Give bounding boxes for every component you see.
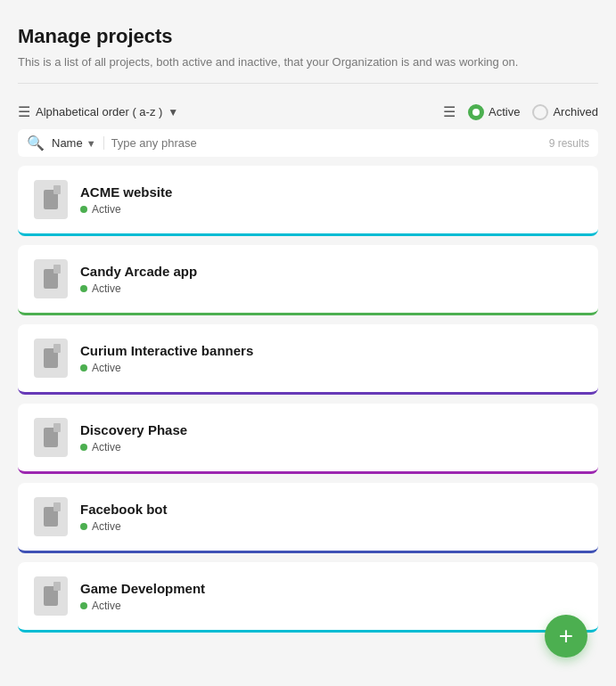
project-info: Facebook bot Active bbox=[80, 502, 582, 533]
project-info: Discovery Phase Active bbox=[80, 422, 582, 453]
header-divider bbox=[18, 83, 598, 84]
project-name: Candy Arcade app bbox=[80, 264, 582, 279]
active-radio-label: Active bbox=[489, 105, 520, 118]
search-filter-arrow-icon: ▼ bbox=[86, 138, 96, 149]
results-count: 9 results bbox=[549, 137, 589, 150]
archived-radio[interactable]: Archived bbox=[532, 104, 598, 120]
filter-icon[interactable]: ☰ bbox=[443, 103, 456, 120]
project-card[interactable]: ACME website Active bbox=[18, 166, 598, 236]
project-name: Facebook bot bbox=[80, 502, 582, 517]
project-icon bbox=[34, 418, 68, 457]
project-icon bbox=[34, 576, 68, 616]
status-label: Active bbox=[92, 520, 121, 533]
status-label: Active bbox=[92, 203, 121, 216]
status-label: Active bbox=[92, 441, 121, 453]
page-container: Manage projects This is a list of all pr… bbox=[0, 0, 616, 659]
project-status: Active bbox=[80, 441, 582, 453]
status-dot bbox=[80, 206, 87, 213]
project-name: ACME website bbox=[80, 184, 582, 200]
project-info: Game Development Active bbox=[80, 581, 582, 612]
archived-radio-circle bbox=[532, 104, 548, 120]
status-label: Active bbox=[92, 282, 121, 295]
status-label: Active bbox=[92, 362, 121, 374]
add-project-button[interactable]: + bbox=[545, 615, 587, 657]
search-bar: 🔍 Name ▼ 9 results bbox=[18, 129, 598, 157]
projects-list: ACME website Active Candy Arcade app Act… bbox=[18, 166, 598, 641]
project-status: Active bbox=[80, 520, 582, 533]
status-dot bbox=[80, 523, 87, 530]
project-name: Curium Interactive banners bbox=[80, 343, 582, 358]
project-icon bbox=[34, 497, 68, 536]
active-radio[interactable]: Active bbox=[468, 104, 520, 120]
sort-section: ☰ Alphabetical order ( a-z ) ▼ bbox=[18, 103, 432, 120]
project-info: Candy Arcade app Active bbox=[80, 264, 582, 295]
sort-dropdown-icon[interactable]: ▼ bbox=[168, 106, 178, 118]
project-name: Game Development bbox=[80, 581, 582, 596]
sort-icon[interactable]: ☰ bbox=[18, 103, 30, 120]
project-status: Active bbox=[80, 203, 582, 216]
toolbar: ☰ Alphabetical order ( a-z ) ▼ ☰ Active … bbox=[18, 98, 598, 126]
project-icon bbox=[34, 259, 68, 298]
search-icon: 🔍 bbox=[27, 135, 45, 151]
active-radio-circle bbox=[468, 104, 484, 120]
project-info: ACME website Active bbox=[80, 184, 582, 216]
status-dot bbox=[80, 444, 87, 451]
search-filter-button[interactable]: Name ▼ bbox=[52, 136, 104, 150]
project-card[interactable]: Discovery Phase Active bbox=[18, 404, 598, 474]
filter-section: ☰ Active Archived bbox=[443, 103, 598, 120]
project-name: Discovery Phase bbox=[80, 422, 582, 437]
status-dot bbox=[80, 364, 87, 372]
page-title: Manage projects bbox=[18, 25, 598, 48]
project-card[interactable]: Curium Interactive banners Active bbox=[18, 324, 598, 395]
search-filter-label: Name bbox=[52, 136, 83, 150]
project-info: Curium Interactive banners Active bbox=[80, 343, 582, 374]
project-status: Active bbox=[80, 600, 582, 612]
status-dot bbox=[80, 602, 87, 609]
project-card[interactable]: Candy Arcade app Active bbox=[18, 245, 598, 315]
archived-radio-label: Archived bbox=[553, 105, 598, 118]
status-label: Active bbox=[92, 600, 121, 612]
project-icon bbox=[34, 339, 68, 378]
project-status: Active bbox=[80, 282, 582, 295]
page-subtitle: This is a list of all projects, both act… bbox=[18, 55, 598, 69]
project-card[interactable]: Facebook bot Active bbox=[18, 483, 598, 553]
sort-label[interactable]: Alphabetical order ( a-z ) bbox=[36, 105, 162, 118]
project-status: Active bbox=[80, 362, 582, 374]
project-card[interactable]: Game Development Active bbox=[18, 562, 598, 633]
status-dot bbox=[80, 285, 87, 292]
search-input[interactable] bbox=[111, 136, 542, 150]
project-icon bbox=[34, 180, 68, 219]
